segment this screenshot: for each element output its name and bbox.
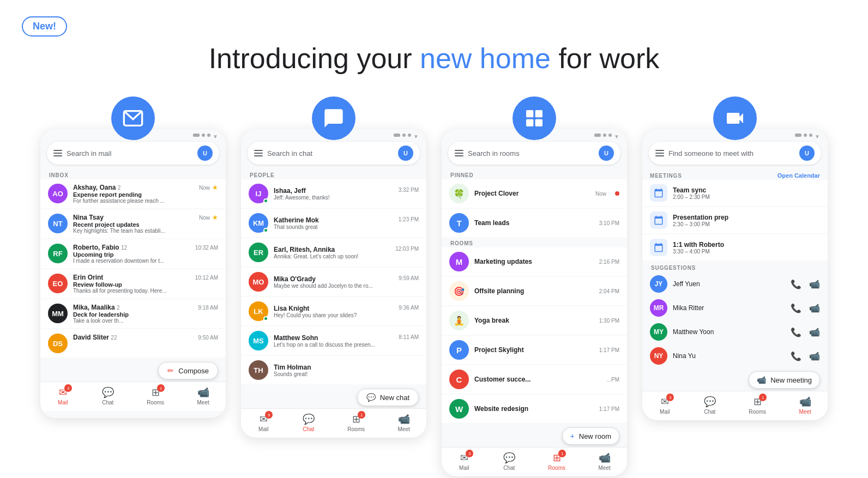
chat-icon-circle [312, 96, 355, 140]
badge: 3 [666, 394, 674, 401]
room-item: W Website redesign 1:17 PM [442, 395, 627, 423]
chat-item: MS Matthew Sohn 8:11 AM Let's hop on a c… [241, 326, 426, 355]
nav-rooms[interactable]: ⊞ 1 Rooms [347, 413, 365, 432]
nav-label: Meet [598, 465, 610, 471]
search-bar[interactable]: Find someone to meet with U [649, 142, 821, 165]
badge: 1 [358, 411, 365, 419]
phone-icon[interactable]: 📞 [791, 351, 801, 361]
svg-rect-2 [535, 110, 542, 117]
user-avatar[interactable]: U [398, 146, 413, 161]
nav-label: Chat [503, 465, 515, 471]
nav-label: Chat [303, 426, 314, 432]
room-letter-icon: M [449, 252, 469, 271]
search-bar[interactable]: Search in rooms U [448, 142, 620, 165]
online-indicator [263, 316, 268, 321]
search-bar[interactable]: Search in chat U [248, 142, 420, 165]
compose-button[interactable]: ✏ Compose [158, 362, 218, 379]
nav-meet[interactable]: 📹 Meet [598, 452, 610, 471]
pinned-label: PINNED [442, 170, 627, 179]
user-avatar[interactable]: U [599, 146, 614, 161]
chat-item: ER Earl, Ritesh, Annika 12:03 PM Annika:… [241, 238, 426, 267]
nav-meet[interactable]: 📹 Meet [799, 396, 811, 415]
video-icon[interactable]: 📹 [809, 351, 820, 361]
nav-mail[interactable]: ✉ 3 Mail [659, 396, 671, 415]
phone-content: MEETINGS Open Calendar Team sync 2:00 – … [642, 170, 828, 391]
mail-item: RF Roberto, Fabio 12 10:32 AM Upcoming t… [40, 239, 226, 268]
badge: 1 [759, 394, 767, 401]
meet-nav-icon: 📹 [197, 386, 209, 398]
badge: 9 [265, 411, 273, 419]
mail-content: Erin Orint 10:12 AM Review follow-up Tha… [73, 274, 218, 294]
nav-rooms[interactable]: ⊞ 1 Rooms [548, 452, 565, 471]
nav-mail[interactable]: ✉ 3 Mail [458, 452, 470, 471]
new-meeting-button[interactable]: 📹 New meeting [749, 371, 820, 389]
svg-rect-1 [526, 110, 533, 117]
new-room-button[interactable]: + New room [562, 427, 619, 445]
suggestions-label: SUGGESTIONS [642, 263, 828, 272]
nav-mail[interactable]: ✉ 9 Mail [257, 413, 269, 432]
search-placeholder: Search in chat [267, 149, 394, 158]
suggestion-item: NY Nina Yu 📞 📹 [642, 344, 828, 368]
headline: Introducing your new home for work [209, 42, 660, 75]
room-item: 🍀 Project Clover Now [442, 179, 627, 208]
mail-item: MM Mika, Maalika 2 9:18 AM Deck for lead… [40, 299, 226, 328]
nav-mail[interactable]: ✉ 3 Mail [57, 386, 69, 406]
nav-chat[interactable]: 💬 Chat [704, 396, 716, 415]
nav-chat[interactable]: 💬 Chat [303, 413, 315, 432]
nav-rooms[interactable]: ⊞ 1 Rooms [749, 396, 766, 415]
chat-icon: 💬 [366, 393, 376, 402]
new-chat-button[interactable]: 💬 New chat [357, 389, 419, 406]
search-placeholder: Find someone to meet with [668, 149, 795, 158]
mail-avatar: DS [48, 334, 68, 353]
phone-content: PINNED 🍀 Project Clover Now T Team leads… [442, 170, 627, 447]
room-letter-icon: T [449, 213, 469, 233]
nav-rooms[interactable]: ⊞ 1 Rooms [147, 386, 164, 406]
video-icon[interactable]: 📹 [809, 327, 820, 337]
nav-label: Rooms [147, 400, 164, 406]
meetings-section-header: MEETINGS Open Calendar [642, 170, 828, 180]
new-room-label: New room [579, 432, 611, 440]
nav-chat[interactable]: 💬 Chat [102, 386, 114, 406]
room-emoji: 🎯 [449, 281, 469, 301]
search-bar[interactable]: Search in mail U [47, 142, 219, 165]
phone-icon[interactable]: 📞 [791, 303, 801, 313]
chat-item: IJ Ishaa, Jeff 3:32 PM Jeff: Awesome, th… [241, 179, 426, 208]
video-icon[interactable]: 📹 [809, 279, 820, 289]
mail-avatar: MM [48, 304, 68, 323]
chat-nav-icon: 💬 [704, 396, 716, 408]
chat-avatar: MO [249, 272, 268, 292]
user-avatar[interactable]: U [799, 146, 815, 161]
chat-nav-icon: 💬 [303, 413, 315, 425]
nav-meet[interactable]: 📹 Meet [197, 386, 209, 406]
nav-meet[interactable]: 📹 Meet [397, 413, 409, 432]
meeting-item: Team sync 2:00 – 2:30 PM [642, 180, 828, 206]
hamburger-menu[interactable] [655, 150, 664, 156]
mail-avatar: AO [48, 184, 68, 203]
new-badge: New! [22, 16, 67, 37]
nav-chat[interactable]: 💬 Chat [503, 452, 515, 471]
bottom-nav: ✉ 3 Mail 💬 Chat ⊞ 1 Rooms [442, 447, 627, 476]
video-icon[interactable]: 📹 [809, 303, 820, 313]
chat-avatar: LK [249, 301, 268, 321]
hamburger-menu[interactable] [53, 150, 62, 156]
online-indicator [263, 198, 268, 203]
search-placeholder: Search in mail [67, 149, 193, 158]
phone-icon[interactable]: 📞 [791, 327, 801, 337]
nav-label: Mail [459, 465, 469, 471]
open-calendar-button[interactable]: Open Calendar [777, 172, 820, 179]
user-avatar[interactable]: U [197, 146, 213, 161]
calendar-icon [650, 211, 667, 229]
nav-label: Mail [58, 400, 68, 406]
online-indicator [263, 228, 268, 233]
hamburger-menu[interactable] [455, 150, 463, 156]
phone-frame: ▼ Search in rooms U PINNED 🍀 Project Clo… [442, 129, 627, 476]
calendar-icon [650, 239, 667, 256]
meet-nav-icon: 📹 [599, 452, 611, 464]
video-plus-icon: 📹 [757, 376, 766, 384]
phone-icon[interactable]: 📞 [791, 279, 801, 289]
hamburger-menu[interactable] [254, 150, 263, 156]
mail-avatar: RF [48, 244, 68, 263]
nav-label: Meet [397, 426, 409, 432]
phone-meet: ▼ Find someone to meet with U MEETINGS O… [642, 96, 828, 420]
inbox-label: INBOX [40, 170, 226, 179]
